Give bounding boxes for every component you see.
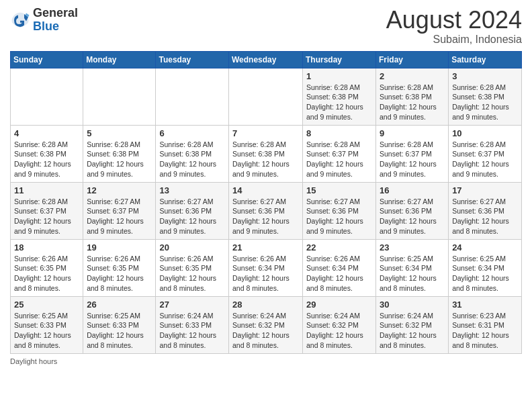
day-info: Sunrise: 6:24 AMSunset: 6:32 PMDaylight:… <box>232 311 299 351</box>
day-cell-1-4: 8Sunrise: 6:28 AMSunset: 6:37 PMDaylight… <box>303 125 376 182</box>
location-text: Subaim, Indonesia <box>386 34 522 46</box>
day-cell-2-2: 13Sunrise: 6:27 AMSunset: 6:36 PMDayligh… <box>156 182 229 239</box>
day-cell-3-6: 24Sunrise: 6:25 AMSunset: 6:34 PMDayligh… <box>449 239 522 296</box>
day-cell-1-5: 9Sunrise: 6:28 AMSunset: 6:37 PMDaylight… <box>376 125 449 182</box>
day-info: Sunrise: 6:28 AMSunset: 6:37 PMDaylight:… <box>306 140 372 179</box>
header-saturday: Saturday <box>449 51 522 68</box>
day-info: Sunrise: 6:26 AMSunset: 6:35 PMDaylight:… <box>159 254 225 293</box>
day-number: 5 <box>87 128 152 138</box>
footer: Daylight hours <box>10 357 522 365</box>
week-row-2: 4Sunrise: 6:28 AMSunset: 6:38 PMDaylight… <box>11 125 522 182</box>
day-info: Sunrise: 6:28 AMSunset: 6:38 PMDaylight:… <box>452 83 518 122</box>
day-number: 8 <box>306 128 372 138</box>
day-info: Sunrise: 6:27 AMSunset: 6:36 PMDaylight:… <box>232 197 299 236</box>
day-number: 16 <box>380 185 445 195</box>
day-info: Sunrise: 6:28 AMSunset: 6:38 PMDaylight:… <box>380 83 445 122</box>
day-number: 11 <box>14 185 79 195</box>
day-number: 24 <box>452 242 518 253</box>
day-cell-1-2: 6Sunrise: 6:28 AMSunset: 6:38 PMDaylight… <box>156 125 229 182</box>
day-number: 7 <box>232 128 299 138</box>
day-cell-0-1 <box>83 68 156 125</box>
day-number: 27 <box>159 300 225 310</box>
day-cell-2-0: 11Sunrise: 6:28 AMSunset: 6:37 PMDayligh… <box>11 182 83 239</box>
page-container: General Blue August 2024 Subaim, Indones… <box>0 0 532 411</box>
day-number: 3 <box>452 71 518 81</box>
day-cell-1-6: 10Sunrise: 6:28 AMSunset: 6:37 PMDayligh… <box>449 125 522 182</box>
day-number: 18 <box>14 242 79 253</box>
day-number: 4 <box>14 128 79 138</box>
day-info: Sunrise: 6:25 AMSunset: 6:33 PMDaylight:… <box>87 311 152 351</box>
header-monday: Monday <box>83 51 156 68</box>
day-cell-4-5: 30Sunrise: 6:24 AMSunset: 6:32 PMDayligh… <box>376 296 449 353</box>
day-cell-3-3: 21Sunrise: 6:26 AMSunset: 6:34 PMDayligh… <box>229 239 303 296</box>
day-info: Sunrise: 6:28 AMSunset: 6:38 PMDaylight:… <box>232 140 299 179</box>
header-wednesday: Wednesday <box>229 51 303 68</box>
day-info: Sunrise: 6:26 AMSunset: 6:34 PMDaylight:… <box>306 254 372 293</box>
week-row-3: 11Sunrise: 6:28 AMSunset: 6:37 PMDayligh… <box>11 182 522 239</box>
day-cell-4-1: 26Sunrise: 6:25 AMSunset: 6:33 PMDayligh… <box>83 296 156 353</box>
day-number: 9 <box>380 128 445 138</box>
day-number: 31 <box>452 300 518 310</box>
day-cell-0-2 <box>156 68 229 125</box>
day-cell-3-0: 18Sunrise: 6:26 AMSunset: 6:35 PMDayligh… <box>11 239 83 296</box>
day-number: 1 <box>306 71 372 81</box>
day-cell-3-1: 19Sunrise: 6:26 AMSunset: 6:35 PMDayligh… <box>83 239 156 296</box>
header-sunday: Sunday <box>11 51 83 68</box>
week-row-1: 1Sunrise: 6:28 AMSunset: 6:38 PMDaylight… <box>11 68 522 125</box>
day-number: 17 <box>452 185 518 195</box>
day-number: 15 <box>306 185 372 195</box>
week-row-4: 18Sunrise: 6:26 AMSunset: 6:35 PMDayligh… <box>11 239 522 296</box>
day-number: 6 <box>159 128 225 138</box>
title-block: August 2024 Subaim, Indonesia <box>386 7 522 46</box>
day-number: 26 <box>87 300 152 310</box>
day-cell-2-6: 17Sunrise: 6:27 AMSunset: 6:36 PMDayligh… <box>449 182 522 239</box>
day-info: Sunrise: 6:24 AMSunset: 6:32 PMDaylight:… <box>380 311 445 351</box>
day-cell-0-4: 1Sunrise: 6:28 AMSunset: 6:38 PMDaylight… <box>303 68 376 125</box>
day-info: Sunrise: 6:27 AMSunset: 6:36 PMDaylight:… <box>306 197 372 236</box>
day-cell-2-4: 15Sunrise: 6:27 AMSunset: 6:36 PMDayligh… <box>303 182 376 239</box>
day-cell-1-0: 4Sunrise: 6:28 AMSunset: 6:38 PMDaylight… <box>11 125 83 182</box>
header-friday: Friday <box>376 51 449 68</box>
day-number: 29 <box>306 300 372 310</box>
header-tuesday: Tuesday <box>156 51 229 68</box>
logo-icon <box>10 10 30 30</box>
calendar-table: Sunday Monday Tuesday Wednesday Thursday… <box>10 51 522 354</box>
day-number: 2 <box>380 71 445 81</box>
day-info: Sunrise: 6:25 AMSunset: 6:33 PMDaylight:… <box>14 311 79 351</box>
day-info: Sunrise: 6:28 AMSunset: 6:38 PMDaylight:… <box>306 83 372 122</box>
day-info: Sunrise: 6:28 AMSunset: 6:38 PMDaylight:… <box>14 140 79 179</box>
day-number: 12 <box>87 185 152 195</box>
logo: General Blue <box>10 7 78 34</box>
day-cell-4-3: 28Sunrise: 6:24 AMSunset: 6:32 PMDayligh… <box>229 296 303 353</box>
day-cell-2-1: 12Sunrise: 6:27 AMSunset: 6:37 PMDayligh… <box>83 182 156 239</box>
day-info: Sunrise: 6:25 AMSunset: 6:34 PMDaylight:… <box>452 254 518 293</box>
day-cell-0-6: 3Sunrise: 6:28 AMSunset: 6:38 PMDaylight… <box>449 68 522 125</box>
day-info: Sunrise: 6:28 AMSunset: 6:37 PMDaylight:… <box>380 140 445 179</box>
day-cell-4-0: 25Sunrise: 6:25 AMSunset: 6:33 PMDayligh… <box>11 296 83 353</box>
day-number: 30 <box>380 300 445 310</box>
week-row-5: 25Sunrise: 6:25 AMSunset: 6:33 PMDayligh… <box>11 296 522 353</box>
day-cell-0-3 <box>229 68 303 125</box>
day-info: Sunrise: 6:25 AMSunset: 6:34 PMDaylight:… <box>380 254 445 293</box>
day-info: Sunrise: 6:26 AMSunset: 6:34 PMDaylight:… <box>232 254 299 293</box>
day-number: 19 <box>87 242 152 253</box>
day-info: Sunrise: 6:26 AMSunset: 6:35 PMDaylight:… <box>14 254 79 293</box>
day-info: Sunrise: 6:28 AMSunset: 6:38 PMDaylight:… <box>87 140 152 179</box>
day-cell-1-3: 7Sunrise: 6:28 AMSunset: 6:38 PMDaylight… <box>229 125 303 182</box>
logo-blue-text: Blue <box>33 19 59 33</box>
day-cell-3-5: 23Sunrise: 6:25 AMSunset: 6:34 PMDayligh… <box>376 239 449 296</box>
day-number: 28 <box>232 300 299 310</box>
logo-text: General Blue <box>33 7 78 34</box>
weekday-header-row: Sunday Monday Tuesday Wednesday Thursday… <box>11 51 522 68</box>
day-cell-4-6: 31Sunrise: 6:23 AMSunset: 6:31 PMDayligh… <box>449 296 522 353</box>
day-info: Sunrise: 6:28 AMSunset: 6:37 PMDaylight:… <box>452 140 518 179</box>
header-thursday: Thursday <box>303 51 376 68</box>
day-cell-2-3: 14Sunrise: 6:27 AMSunset: 6:36 PMDayligh… <box>229 182 303 239</box>
header: General Blue August 2024 Subaim, Indones… <box>10 7 522 46</box>
day-info: Sunrise: 6:26 AMSunset: 6:35 PMDaylight:… <box>87 254 152 293</box>
day-number: 13 <box>159 185 225 195</box>
day-cell-2-5: 16Sunrise: 6:27 AMSunset: 6:36 PMDayligh… <box>376 182 449 239</box>
day-info: Sunrise: 6:24 AMSunset: 6:32 PMDaylight:… <box>306 311 372 351</box>
day-cell-4-2: 27Sunrise: 6:24 AMSunset: 6:33 PMDayligh… <box>156 296 229 353</box>
day-info: Sunrise: 6:27 AMSunset: 6:36 PMDaylight:… <box>452 197 518 236</box>
